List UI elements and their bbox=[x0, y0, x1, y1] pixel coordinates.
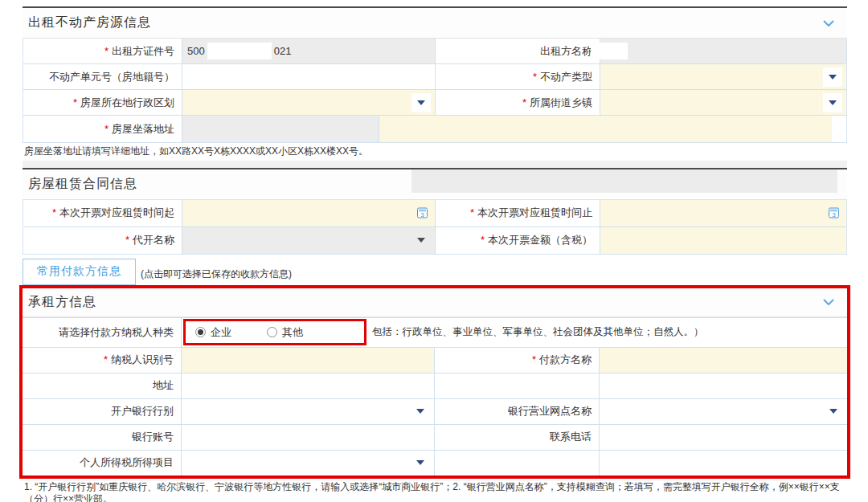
required-mark: * bbox=[533, 71, 537, 84]
dropdown-arrow-icon[interactable] bbox=[411, 453, 430, 472]
street-town-label: * 所属街道乡镇 bbox=[435, 90, 600, 115]
section-contract-title: 房屋租赁合同信息 bbox=[28, 176, 137, 193]
frequent-payer-tab[interactable]: 常用付款方信息 bbox=[23, 259, 136, 285]
lease-end-field[interactable] bbox=[600, 200, 846, 227]
required-mark: * bbox=[470, 206, 474, 219]
contact-phone-field[interactable] bbox=[599, 425, 847, 450]
bank-account-field[interactable] bbox=[181, 425, 434, 450]
payer-name-label: * 付款方名称 bbox=[434, 348, 599, 373]
empty-label-cell bbox=[434, 373, 599, 398]
lessor-id-label: * 出租方证件号 bbox=[23, 39, 182, 63]
payer-name-field[interactable] bbox=[599, 348, 847, 373]
radio-icon[interactable] bbox=[195, 327, 206, 337]
dropdown-arrow-icon[interactable] bbox=[411, 93, 431, 112]
dropdown-arrow-icon[interactable] bbox=[823, 67, 842, 87]
redacted-gray-area bbox=[411, 169, 837, 193]
calendar-icon[interactable] bbox=[829, 208, 839, 218]
taxpayer-type-note: 包括：行政单位、事业单位、军事单位、社会团体及其他单位；自然人。） bbox=[372, 325, 704, 339]
taxpayer-id-field[interactable] bbox=[181, 348, 434, 373]
issue-name-select[interactable] bbox=[182, 227, 435, 254]
bank-branch-label: 银行营业网点名称 bbox=[434, 399, 599, 424]
redaction-mask bbox=[207, 43, 272, 59]
required-mark: * bbox=[52, 206, 56, 219]
bank-type-label: 开户银行行别 bbox=[23, 399, 181, 424]
taxpayer-type-highlight-box: 企业 其他 bbox=[183, 319, 366, 345]
address-field-end bbox=[832, 116, 846, 142]
row-unit-type: 不动产单元号（房地籍号） * 不动产类型 bbox=[23, 63, 846, 89]
street-town-select[interactable] bbox=[600, 90, 846, 115]
required-mark: * bbox=[522, 96, 526, 109]
lessor-id-prefix: 500 bbox=[187, 45, 205, 57]
invoice-amount-label: * 本次开票金额（含税） bbox=[435, 227, 600, 254]
row-taxpayer-type: 请选择付款方纳税人种类 企业 其他 包括：行政单位、事业单位、军事单位、社会团体… bbox=[23, 317, 847, 347]
lessor-id-suffix: 021 bbox=[274, 45, 292, 57]
dropdown-arrow-icon[interactable] bbox=[411, 231, 431, 250]
dropdown-arrow-icon[interactable] bbox=[411, 402, 430, 421]
radio-icon[interactable] bbox=[267, 327, 277, 337]
row-account-phone: 银行账号 联系电话 bbox=[23, 424, 847, 450]
chevron-down-icon[interactable] bbox=[823, 20, 834, 27]
invoice-amount-field[interactable] bbox=[600, 227, 846, 254]
empty-field-cell bbox=[599, 451, 847, 475]
admin-division-label: * 房屋所在地行政区划 bbox=[23, 90, 182, 115]
section-gap bbox=[23, 161, 847, 168]
taxpayer-type-label: 请选择付款方纳税人种类 bbox=[23, 318, 181, 347]
unit-no-field[interactable] bbox=[182, 64, 435, 89]
lessee-address-label: 地址 bbox=[23, 373, 181, 398]
taxpayer-type-zone: 企业 其他 包括：行政单位、事业单位、军事单位、社会团体及其他单位；自然人。） bbox=[181, 318, 847, 347]
frequent-payer-tab-note: (点击即可选择已保存的收款方信息) bbox=[141, 263, 292, 281]
section-property-title: 出租不动产房源信息 bbox=[28, 14, 151, 31]
row-taxpayer-id: * 纳税人识别号 * 付款方名称 bbox=[23, 347, 847, 373]
row-bank: 开户银行行别 银行营业网点名称 bbox=[23, 398, 847, 424]
lease-start-field[interactable] bbox=[182, 200, 435, 227]
lease-end-label: * 本次开票对应租赁时间止 bbox=[435, 200, 600, 227]
property-type-select[interactable] bbox=[600, 64, 846, 89]
lessor-id-field[interactable]: 500 021 bbox=[182, 39, 435, 63]
address-prefix-field bbox=[182, 116, 379, 142]
row-region: * 房屋所在地行政区划 * 所属街道乡镇 bbox=[23, 89, 846, 115]
chevron-down-icon[interactable] bbox=[823, 299, 834, 305]
admin-division-select[interactable] bbox=[182, 90, 435, 115]
contract-table: * 本次开票对应租赁时间起 * 本次开票对应租赁时间止 * 代开名称 bbox=[23, 200, 847, 255]
row-issue-amount: * 代开名称 * 本次开票金额（含税） bbox=[23, 227, 846, 254]
unit-no-label: 不动产单元号（房地籍号） bbox=[23, 64, 182, 89]
row-lessor: * 出租方证件号 500 021 出租方名称 bbox=[23, 39, 846, 63]
bank-type-select[interactable] bbox=[181, 399, 434, 424]
property-table: * 出租方证件号 500 021 出租方名称 不动产单元号（房地籍号） bbox=[23, 39, 847, 143]
empty-field-cell bbox=[599, 373, 847, 398]
address-hint-text: 房屋坐落地址请填写详细地址，如XX路XX号X栋XXXX或XX小区X栋XX楼XX号… bbox=[23, 143, 847, 161]
calendar-icon[interactable] bbox=[417, 208, 428, 218]
section-lessee-highlight: 承租方信息 请选择付款方纳税人种类 企业 其他 bbox=[19, 285, 850, 479]
row-iit-item: 个人所得税所得项目 bbox=[23, 450, 847, 475]
address-label: * 房屋坐落地址 bbox=[23, 116, 182, 142]
lessor-name-field[interactable] bbox=[600, 39, 846, 63]
lessor-name-label: 出租方名称 bbox=[435, 39, 600, 63]
required-mark: * bbox=[104, 123, 108, 136]
section-contract-header: 房屋租赁合同信息 bbox=[23, 169, 847, 200]
required-mark: * bbox=[481, 234, 485, 247]
lease-start-label: * 本次开票对应租赁时间起 bbox=[23, 200, 182, 227]
lessee-address-field[interactable] bbox=[181, 373, 434, 398]
section-lessee-title: 承租方信息 bbox=[28, 294, 96, 311]
radio-other[interactable]: 其他 bbox=[267, 325, 303, 340]
contact-phone-label: 联系电话 bbox=[434, 425, 599, 450]
row-lease-dates: * 本次开票对应租赁时间起 * 本次开票对应租赁时间止 bbox=[23, 200, 846, 227]
section-contract: 房屋租赁合同信息 * 本次开票对应租赁时间起 * 本次开票对应租赁时间止 bbox=[23, 168, 847, 255]
required-mark: * bbox=[125, 234, 129, 247]
bank-account-label: 银行账号 bbox=[23, 425, 181, 450]
iit-item-select[interactable] bbox=[181, 451, 434, 475]
section-property: 出租不动产房源信息 * 出租方证件号 500 021 出租方名称 bbox=[23, 6, 847, 161]
dropdown-arrow-icon[interactable] bbox=[823, 93, 842, 112]
bank-branch-select[interactable] bbox=[599, 399, 847, 424]
radio-enterprise[interactable]: 企业 bbox=[195, 325, 231, 340]
bank-fill-instructions: 1. “开户银行行别”如重庆银行、哈尔滨银行、宁波银行等地方性银行，请输入或选择… bbox=[23, 481, 847, 502]
property-type-label: * 不动产类型 bbox=[435, 64, 600, 89]
payer-tab-row: 常用付款方信息 (点击即可选择已保存的收款方信息) bbox=[23, 259, 847, 285]
iit-item-label: 个人所得税所得项目 bbox=[23, 451, 181, 475]
rental-invoice-form: 出租不动产房源信息 * 出租方证件号 500 021 出租方名称 bbox=[0, 0, 868, 502]
address-input-field[interactable] bbox=[379, 116, 832, 142]
row-address2: 地址 bbox=[23, 373, 847, 398]
empty-label-cell bbox=[434, 451, 599, 475]
dropdown-arrow-icon[interactable] bbox=[824, 402, 843, 421]
redaction-mask bbox=[591, 43, 628, 59]
